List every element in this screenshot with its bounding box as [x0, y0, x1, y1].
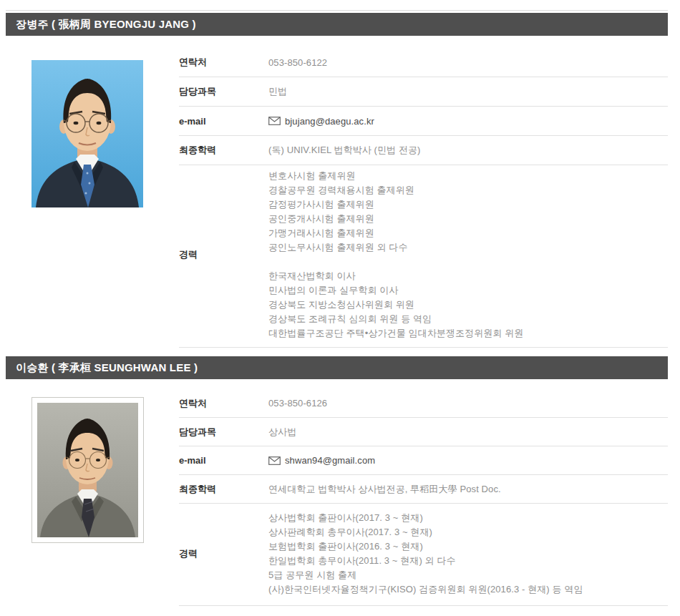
table-row-contact: 연락처 053-850-6122	[179, 48, 668, 77]
table-row-email: e-mail bjujang@daegu.ac.kr	[179, 107, 668, 136]
profile-header-jang: 장병주 ( 張柄周 BYEONGJU JANG )	[6, 13, 668, 36]
profile-header-lee: 이승환 ( 李承桓 SEUNGHWAN LEE )	[6, 356, 668, 379]
professor-photo-jang	[31, 60, 179, 210]
table-row-email: e-mail shwan94@gmail.com	[179, 446, 668, 475]
career-value: 변호사시험 출제위원 경찰공무원 경력채용시험 출제위원 감정평가사시험 출제위…	[268, 169, 523, 341]
profile-info-table-lee: 연락처 053-850-6126 담당과목 상사법 e-mail shwan94…	[179, 389, 668, 606]
professor-photo-lee	[31, 397, 144, 543]
row-label: 최종학력	[179, 483, 268, 496]
top-divider	[6, 10, 668, 11]
professor-name-title: 장병주 ( 張柄周 BYEONGJU JANG )	[16, 18, 196, 30]
photo-column	[6, 389, 179, 606]
education-value: 연세대학교 법학박사 상사법전공, 早稻田大學 Post Doc.	[268, 483, 501, 496]
table-row-career: 경력 변호사시험 출제위원 경찰공무원 경력채용시험 출제위원 감정평가사시험 …	[179, 165, 668, 348]
table-row-contact: 연락처 053-850-6126	[179, 389, 668, 418]
profile-section-jang: 장병주 ( 張柄周 BYEONGJU JANG )	[6, 13, 668, 348]
envelope-icon	[268, 117, 281, 125]
faculty-profiles-page: 장병주 ( 張柄周 BYEONGJU JANG )	[6, 10, 668, 606]
row-label: e-mail	[179, 455, 268, 466]
career-value: 상사법학회 출판이사(2017. 3 ~ 현재) 상사판례학회 총무이사(201…	[268, 511, 583, 597]
envelope-icon	[268, 456, 281, 465]
table-row-courses: 담당과목 민법	[179, 77, 668, 107]
profile-info-table-jang: 연락처 053-850-6122 담당과목 민법 e-mail bjujang@…	[179, 48, 668, 348]
photo-column	[6, 48, 179, 348]
row-label: 연락처	[179, 56, 268, 69]
email-link[interactable]: shwan94@gmail.com	[285, 455, 375, 466]
row-label: 경력	[179, 248, 268, 261]
profile-section-lee: 이승환 ( 李承桓 SEUNGHWAN LEE )	[6, 356, 668, 606]
row-label: 담당과목	[179, 426, 268, 439]
education-value: (독) UNIV.KIEL 법학박사 (민법 전공)	[268, 144, 421, 157]
email-link[interactable]: bjujang@daegu.ac.kr	[285, 116, 374, 127]
phone-value: 053-850-6126	[268, 398, 327, 409]
row-label: e-mail	[179, 116, 268, 127]
phone-value: 053-850-6122	[268, 57, 327, 68]
table-row-education: 최종학력 연세대학교 법학박사 상사법전공, 早稻田大學 Post Doc.	[179, 475, 668, 504]
table-row-courses: 담당과목 상사법	[179, 418, 668, 446]
row-label: 경력	[179, 547, 268, 560]
row-label: 연락처	[179, 397, 268, 410]
professor-name-title: 이승환 ( 李承桓 SEUNGHWAN LEE )	[16, 361, 198, 373]
row-label: 최종학력	[179, 144, 268, 157]
row-label: 담당과목	[179, 85, 268, 98]
courses-value: 상사법	[268, 426, 296, 439]
courses-value: 민법	[268, 85, 287, 98]
table-row-education: 최종학력 (독) UNIV.KIEL 법학박사 (민법 전공)	[179, 136, 668, 165]
table-row-career: 경력 상사법학회 출판이사(2017. 3 ~ 현재) 상사판례학회 총무이사(…	[179, 504, 668, 606]
